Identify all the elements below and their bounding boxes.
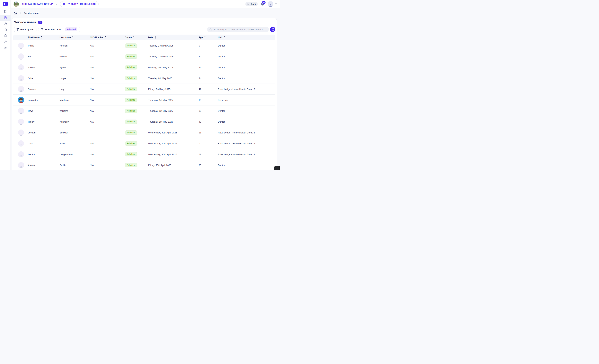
breadcrumb-current[interactable]: Service users [24,12,39,14]
cell-age: 0 [199,44,218,47]
status-badge: Admitted [125,98,137,102]
column-status[interactable]: Status [125,36,148,39]
cell-date: Thursday, 1st May 2025 [148,99,199,101]
cell-nhs-number: N/A [90,99,125,101]
status-badge: Admitted [125,130,137,135]
avatar-photo [18,97,24,103]
column-first-name[interactable]: First Name [28,36,60,39]
cell-unit: Rose Lodge - Home Health Group 1 [218,131,275,134]
cell-first-name: Hailey [28,120,60,123]
table-row[interactable]: Hailey Kennedy N/A Admitted Thursday, 1s… [13,116,275,127]
count-badge: 59 [38,21,43,24]
app-screen: THE DALES CARE GROUP FACILITY : ROSE LOD… [0,0,280,170]
sidebar-item-service-users[interactable] [0,15,11,21]
cell-last-name: Langenthorn [60,153,90,156]
avatar-placeholder [18,64,24,70]
person-icon [269,4,272,7]
organisation-avatar[interactable] [14,1,19,7]
filter-by-status-button[interactable]: Filter by status Admitted [38,27,80,32]
grid-view-button[interactable] [270,27,275,32]
status-badge: Admitted [125,65,137,69]
table-row[interactable]: Jascinder Magliano N/A Admitted Thursday… [13,94,275,105]
app-logo[interactable] [3,2,8,6]
dark-mode-toggle[interactable]: Dark [245,2,258,6]
cell-last-name: Kennedy [60,120,90,123]
table-row[interactable]: Selena Aguas N/A Admitted Monday, 12th M… [13,62,275,73]
chat-widget-button[interactable] [274,166,280,170]
cell-age: 68 [199,153,218,156]
h-logo-icon [4,2,7,5]
cell-age: 13 [199,99,218,101]
cell-first-name: Rhys [28,110,60,112]
search-icon [209,28,212,31]
cell-nhs-number: N/A [90,164,125,167]
cell-nhs-number: N/A [90,120,125,123]
cell-age: 42 [199,88,218,91]
table-row[interactable]: Rita Gomez N/A Admitted Tuesday, 13th Ma… [13,51,275,62]
notifications-button[interactable]: 10 [261,2,265,6]
cell-unit: Denton [218,44,275,47]
table-row[interactable]: Jack Jones N/A Admitted Wednesday, 30th … [13,138,275,149]
cell-date: Friday, 2nd May 2025 [148,88,199,91]
sidebar-item-dashboard[interactable] [0,21,11,27]
cell-age: 34 [199,77,218,80]
table-row[interactable]: Rhys Williams N/A Admitted Thursday, 1st… [13,105,275,116]
table-row[interactable]: Julie Harper N/A Admitted Tuesday, 6th M… [13,73,275,84]
status-badge: Admitted [125,54,137,59]
gauge-icon [4,22,7,25]
cell-date: Wednesday, 30th April 2025 [148,142,199,145]
avatar-placeholder [18,129,24,135]
table-row[interactable]: Shireen Huq N/A Admitted Friday, 2nd May… [13,84,275,94]
search-input[interactable] [207,27,269,32]
sidebar-item-compliance[interactable] [0,39,11,45]
briefcase-icon [4,28,7,31]
column-date[interactable]: Date [148,36,199,39]
cell-age: 25 [199,164,218,167]
facility-selector[interactable]: FACILITY : ROSE LODGE [60,1,98,7]
breadcrumb: Service users [11,8,280,18]
sidebar-item-tasks[interactable] [0,33,11,39]
home-icon[interactable] [14,11,17,15]
facility-label: FACILITY : ROSE LODGE [67,3,96,5]
status-badge: Admitted [125,109,137,113]
column-last-name[interactable]: Last Name [60,36,90,39]
clipboard-check-icon [4,34,7,37]
funnel-icon [41,28,43,31]
column-age[interactable]: Age [199,36,218,39]
cell-unit: Denton [218,66,275,69]
cell-date: Tuesday, 13th May 2025 [148,55,199,58]
cell-unit: Denton [218,120,275,123]
cell-age: 32 [199,110,218,112]
sidebar-item-facility[interactable] [0,8,11,15]
cell-first-name: Jack [28,142,60,145]
nut-icon [4,46,7,50]
search-box [207,27,269,32]
column-unit[interactable]: Unit [218,36,275,39]
cell-nhs-number: N/A [90,66,125,69]
cell-nhs-number: N/A [90,77,125,80]
building-icon [4,10,7,13]
table-row[interactable]: Danita Langenthorn N/A Admitted Wednesda… [13,149,275,160]
sidebar-item-work[interactable] [0,27,11,33]
cell-first-name: Rita [28,55,60,58]
avatar-placeholder [18,151,24,157]
status-filter-chip[interactable]: Admitted [65,27,77,31]
cell-first-name: Julie [28,77,60,80]
toolbar: Filter by unit Filter by status Admitted [12,24,277,32]
cell-last-name: Gomez [60,55,90,58]
sidebar-item-settings[interactable] [0,45,11,51]
avatar-placeholder [18,75,24,81]
cell-age: 46 [199,66,218,69]
cell-unit: Rose Lodge - Home Health Group 2 [218,142,275,145]
table-row[interactable]: Joseph Sedwick Admitted Wednesday, 30th … [13,127,275,138]
table-row[interactable]: Phillip Keenan N/A Admitted Tuesday, 13t… [13,40,275,51]
organisation-name[interactable]: THE DALES CARE GROUP [22,3,53,5]
table-row[interactable]: Alanna Smith N/A Admitted Friday, 25th A… [13,160,275,170]
cell-unit: Denton [218,55,275,58]
column-nhs-number[interactable]: NHS Number [90,36,125,39]
avatar-placeholder [18,42,24,49]
cell-age: 40 [199,120,218,123]
user-menu[interactable] [268,1,277,7]
filter-by-unit-button[interactable]: Filter by unit [14,27,37,32]
sort-desc-icon [154,36,156,39]
